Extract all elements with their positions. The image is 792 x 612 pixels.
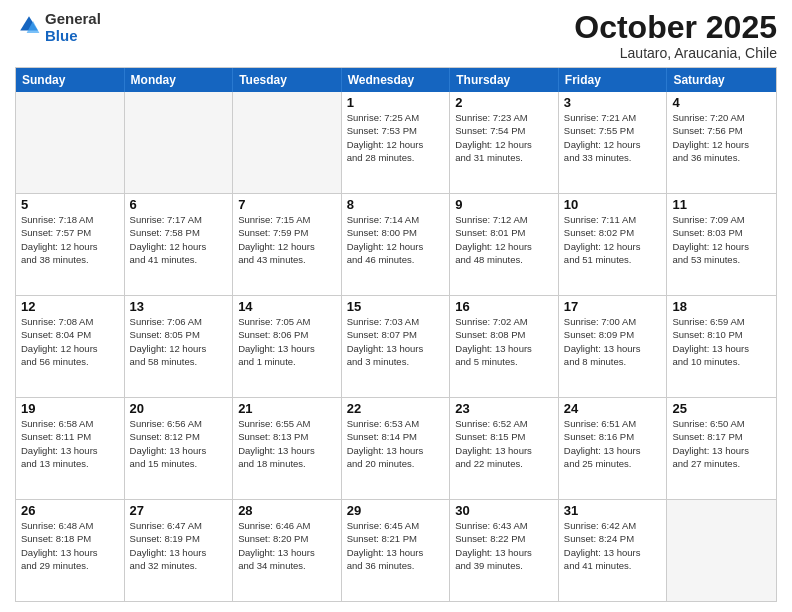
day-cell-5: 5Sunrise: 7:18 AM Sunset: 7:57 PM Daylig… [16, 194, 125, 295]
day-info: Sunrise: 6:59 AM Sunset: 8:10 PM Dayligh… [672, 315, 771, 368]
day-number: 21 [238, 401, 336, 416]
day-cell-28: 28Sunrise: 6:46 AM Sunset: 8:20 PM Dayli… [233, 500, 342, 601]
empty-cell [16, 92, 125, 193]
day-cell-8: 8Sunrise: 7:14 AM Sunset: 8:00 PM Daylig… [342, 194, 451, 295]
day-number: 29 [347, 503, 445, 518]
day-cell-21: 21Sunrise: 6:55 AM Sunset: 8:13 PM Dayli… [233, 398, 342, 499]
day-number: 17 [564, 299, 662, 314]
day-info: Sunrise: 7:25 AM Sunset: 7:53 PM Dayligh… [347, 111, 445, 164]
day-info: Sunrise: 6:42 AM Sunset: 8:24 PM Dayligh… [564, 519, 662, 572]
day-number: 8 [347, 197, 445, 212]
day-cell-20: 20Sunrise: 6:56 AM Sunset: 8:12 PM Dayli… [125, 398, 234, 499]
day-cell-9: 9Sunrise: 7:12 AM Sunset: 8:01 PM Daylig… [450, 194, 559, 295]
day-cell-30: 30Sunrise: 6:43 AM Sunset: 8:22 PM Dayli… [450, 500, 559, 601]
day-cell-10: 10Sunrise: 7:11 AM Sunset: 8:02 PM Dayli… [559, 194, 668, 295]
day-cell-11: 11Sunrise: 7:09 AM Sunset: 8:03 PM Dayli… [667, 194, 776, 295]
day-info: Sunrise: 6:53 AM Sunset: 8:14 PM Dayligh… [347, 417, 445, 470]
week-row-0: 1Sunrise: 7:25 AM Sunset: 7:53 PM Daylig… [16, 92, 776, 193]
header-day-sunday: Sunday [16, 68, 125, 92]
day-cell-18: 18Sunrise: 6:59 AM Sunset: 8:10 PM Dayli… [667, 296, 776, 397]
day-cell-6: 6Sunrise: 7:17 AM Sunset: 7:58 PM Daylig… [125, 194, 234, 295]
month-title: October 2025 [574, 10, 777, 45]
day-info: Sunrise: 7:14 AM Sunset: 8:00 PM Dayligh… [347, 213, 445, 266]
day-info: Sunrise: 6:52 AM Sunset: 8:15 PM Dayligh… [455, 417, 553, 470]
day-number: 6 [130, 197, 228, 212]
day-number: 5 [21, 197, 119, 212]
day-info: Sunrise: 7:15 AM Sunset: 7:59 PM Dayligh… [238, 213, 336, 266]
week-row-2: 12Sunrise: 7:08 AM Sunset: 8:04 PM Dayli… [16, 295, 776, 397]
day-cell-2: 2Sunrise: 7:23 AM Sunset: 7:54 PM Daylig… [450, 92, 559, 193]
calendar: SundayMondayTuesdayWednesdayThursdayFrid… [15, 67, 777, 602]
calendar-body: 1Sunrise: 7:25 AM Sunset: 7:53 PM Daylig… [16, 92, 776, 601]
day-info: Sunrise: 6:45 AM Sunset: 8:21 PM Dayligh… [347, 519, 445, 572]
day-info: Sunrise: 7:06 AM Sunset: 8:05 PM Dayligh… [130, 315, 228, 368]
day-number: 3 [564, 95, 662, 110]
day-number: 27 [130, 503, 228, 518]
logo-icon [17, 13, 41, 37]
header-day-friday: Friday [559, 68, 668, 92]
day-cell-15: 15Sunrise: 7:03 AM Sunset: 8:07 PM Dayli… [342, 296, 451, 397]
location: Lautaro, Araucania, Chile [574, 45, 777, 61]
day-number: 9 [455, 197, 553, 212]
day-cell-16: 16Sunrise: 7:02 AM Sunset: 8:08 PM Dayli… [450, 296, 559, 397]
day-info: Sunrise: 6:47 AM Sunset: 8:19 PM Dayligh… [130, 519, 228, 572]
day-number: 19 [21, 401, 119, 416]
day-cell-13: 13Sunrise: 7:06 AM Sunset: 8:05 PM Dayli… [125, 296, 234, 397]
calendar-header: SundayMondayTuesdayWednesdayThursdayFrid… [16, 68, 776, 92]
day-number: 30 [455, 503, 553, 518]
title-section: October 2025 Lautaro, Araucania, Chile [574, 10, 777, 61]
day-info: Sunrise: 7:17 AM Sunset: 7:58 PM Dayligh… [130, 213, 228, 266]
header-day-tuesday: Tuesday [233, 68, 342, 92]
day-number: 1 [347, 95, 445, 110]
week-row-4: 26Sunrise: 6:48 AM Sunset: 8:18 PM Dayli… [16, 499, 776, 601]
day-cell-19: 19Sunrise: 6:58 AM Sunset: 8:11 PM Dayli… [16, 398, 125, 499]
day-cell-12: 12Sunrise: 7:08 AM Sunset: 8:04 PM Dayli… [16, 296, 125, 397]
day-cell-23: 23Sunrise: 6:52 AM Sunset: 8:15 PM Dayli… [450, 398, 559, 499]
day-info: Sunrise: 7:09 AM Sunset: 8:03 PM Dayligh… [672, 213, 771, 266]
day-info: Sunrise: 7:21 AM Sunset: 7:55 PM Dayligh… [564, 111, 662, 164]
header-day-saturday: Saturday [667, 68, 776, 92]
day-info: Sunrise: 6:51 AM Sunset: 8:16 PM Dayligh… [564, 417, 662, 470]
day-info: Sunrise: 6:58 AM Sunset: 8:11 PM Dayligh… [21, 417, 119, 470]
day-info: Sunrise: 7:20 AM Sunset: 7:56 PM Dayligh… [672, 111, 771, 164]
day-info: Sunrise: 7:02 AM Sunset: 8:08 PM Dayligh… [455, 315, 553, 368]
day-number: 25 [672, 401, 771, 416]
day-number: 2 [455, 95, 553, 110]
week-row-1: 5Sunrise: 7:18 AM Sunset: 7:57 PM Daylig… [16, 193, 776, 295]
day-cell-4: 4Sunrise: 7:20 AM Sunset: 7:56 PM Daylig… [667, 92, 776, 193]
day-info: Sunrise: 6:50 AM Sunset: 8:17 PM Dayligh… [672, 417, 771, 470]
day-cell-27: 27Sunrise: 6:47 AM Sunset: 8:19 PM Dayli… [125, 500, 234, 601]
logo-blue-text: Blue [45, 27, 101, 44]
day-cell-14: 14Sunrise: 7:05 AM Sunset: 8:06 PM Dayli… [233, 296, 342, 397]
day-cell-25: 25Sunrise: 6:50 AM Sunset: 8:17 PM Dayli… [667, 398, 776, 499]
logo: General Blue [15, 10, 101, 44]
day-info: Sunrise: 7:12 AM Sunset: 8:01 PM Dayligh… [455, 213, 553, 266]
day-number: 18 [672, 299, 771, 314]
empty-cell [667, 500, 776, 601]
day-info: Sunrise: 7:18 AM Sunset: 7:57 PM Dayligh… [21, 213, 119, 266]
day-info: Sunrise: 7:08 AM Sunset: 8:04 PM Dayligh… [21, 315, 119, 368]
day-info: Sunrise: 7:00 AM Sunset: 8:09 PM Dayligh… [564, 315, 662, 368]
day-info: Sunrise: 7:05 AM Sunset: 8:06 PM Dayligh… [238, 315, 336, 368]
day-number: 22 [347, 401, 445, 416]
day-info: Sunrise: 7:03 AM Sunset: 8:07 PM Dayligh… [347, 315, 445, 368]
header-day-thursday: Thursday [450, 68, 559, 92]
day-cell-31: 31Sunrise: 6:42 AM Sunset: 8:24 PM Dayli… [559, 500, 668, 601]
day-info: Sunrise: 6:46 AM Sunset: 8:20 PM Dayligh… [238, 519, 336, 572]
day-number: 23 [455, 401, 553, 416]
page: General Blue October 2025 Lautaro, Arauc… [0, 0, 792, 612]
day-cell-1: 1Sunrise: 7:25 AM Sunset: 7:53 PM Daylig… [342, 92, 451, 193]
header-day-monday: Monday [125, 68, 234, 92]
day-number: 14 [238, 299, 336, 314]
day-number: 4 [672, 95, 771, 110]
header-day-wednesday: Wednesday [342, 68, 451, 92]
header: General Blue October 2025 Lautaro, Arauc… [15, 10, 777, 61]
day-cell-3: 3Sunrise: 7:21 AM Sunset: 7:55 PM Daylig… [559, 92, 668, 193]
day-number: 13 [130, 299, 228, 314]
day-cell-7: 7Sunrise: 7:15 AM Sunset: 7:59 PM Daylig… [233, 194, 342, 295]
day-number: 11 [672, 197, 771, 212]
day-number: 24 [564, 401, 662, 416]
empty-cell [233, 92, 342, 193]
day-cell-26: 26Sunrise: 6:48 AM Sunset: 8:18 PM Dayli… [16, 500, 125, 601]
day-number: 15 [347, 299, 445, 314]
